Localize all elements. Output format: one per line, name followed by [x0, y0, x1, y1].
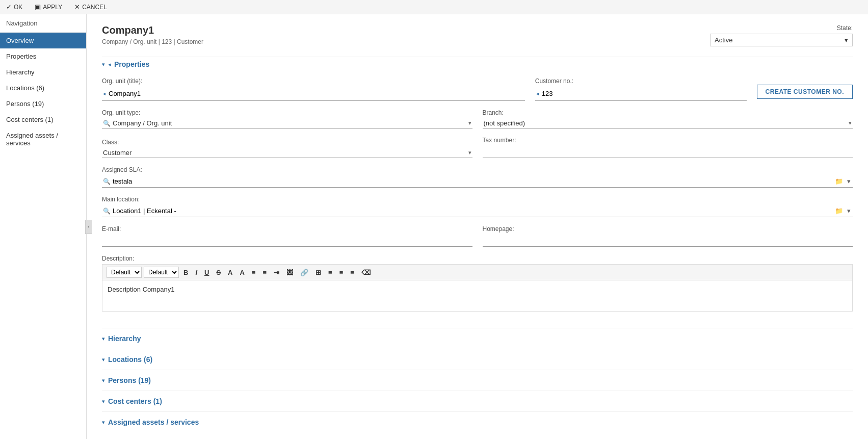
tax-number-input[interactable] [483, 146, 853, 158]
org-unit-type-group: Org. unit type: 🔍 Company / Org. unit ▾ [102, 109, 472, 128]
sidebar-item-properties[interactable]: Properties [0, 48, 86, 64]
section-hierarchy[interactable]: ▾ Hierarchy [102, 328, 853, 349]
class-caret-icon: ▾ [468, 149, 471, 156]
properties-chevron-icon: ▾ [102, 61, 105, 68]
form-row-org-title: Org. unit (title): ◂ Customer no.: ◂ [102, 78, 853, 101]
form-row-location: Main location: 🔍 📁 ▾ [102, 196, 853, 217]
homepage-input[interactable] [483, 235, 853, 247]
sidebar-item-hierarchy[interactable]: Hierarchy [0, 64, 86, 80]
assigned-sla-input[interactable] [113, 177, 832, 185]
properties-section-header[interactable]: ▾ ◂ Properties [102, 57, 853, 71]
apply-button[interactable]: ▣ APPLY [33, 2, 64, 12]
cost-centers-chevron-icon: ▾ [102, 398, 105, 405]
sidebar-item-persons[interactable]: Persons (19) [0, 96, 86, 112]
form-row-type-branch: Org. unit type: 🔍 Company / Org. unit ▾ … [102, 109, 853, 128]
location-folder-button[interactable]: 📁 [834, 206, 844, 216]
rte-unordered-list-button[interactable]: ≡ [249, 268, 258, 277]
page-title: Company1 [102, 24, 203, 36]
hierarchy-chevron-icon: ▾ [102, 335, 105, 342]
form-row-email-homepage: E-mail: Homepage: [102, 225, 853, 247]
sidebar-item-locations[interactable]: Locations (6) [0, 80, 86, 96]
homepage-label: Homepage: [483, 225, 853, 233]
section-cost-centers[interactable]: ▾ Cost centers (1) [102, 391, 853, 411]
ok-button[interactable]: ✓ OK [4, 2, 24, 12]
rte-fontcolor-button[interactable]: A [225, 268, 235, 277]
rte-strikethrough-button[interactable]: S [214, 268, 223, 277]
org-unit-type-select[interactable]: 🔍 Company / Org. unit ▾ [102, 118, 472, 128]
rte-indent-button[interactable]: ⇥ [271, 268, 282, 277]
hierarchy-title: Hierarchy [108, 334, 141, 343]
assigned-sla-wrapper: 🔍 📁 ▾ [102, 175, 853, 188]
rte-bold-button[interactable]: B [181, 268, 191, 277]
email-input[interactable] [102, 235, 472, 247]
org-unit-title-input[interactable] [108, 88, 524, 99]
assigned-assets-title: Assigned assets / services [108, 418, 199, 426]
sidebar-item-cost-centers[interactable]: Cost centers (1) [0, 112, 86, 127]
assigned-sla-label: Assigned SLA: [102, 166, 853, 173]
rte-image-button[interactable]: 🖼 [284, 268, 296, 277]
class-select[interactable]: Customer ▾ [102, 148, 472, 158]
create-customer-button[interactable]: CREATE CUSTOMER NO. [757, 85, 853, 99]
sla-dropdown-button[interactable]: ▾ [846, 176, 852, 186]
rte-align-center-button[interactable]: ≡ [337, 268, 346, 277]
locations-chevron-icon: ▾ [102, 356, 105, 363]
customer-no-label: Customer no.: [535, 78, 747, 85]
cancel-icon: ✕ [74, 3, 80, 11]
branch-caret-icon: ▾ [849, 120, 852, 126]
org-unit-type-search-icon: 🔍 [103, 120, 111, 127]
customer-no-input[interactable] [541, 88, 746, 99]
main-location-input[interactable] [113, 207, 832, 215]
branch-select[interactable]: (not specified) ▾ [483, 118, 853, 128]
rte-align-left-button[interactable]: ≡ [326, 268, 335, 277]
state-label: State: [837, 24, 853, 32]
locations-title: Locations (6) [108, 355, 152, 364]
properties-marker: ◂ [108, 61, 111, 68]
org-unit-title-label: Org. unit (title): [102, 78, 525, 85]
rte-link-button[interactable]: 🔗 [298, 268, 311, 277]
apply-icon: ▣ [35, 3, 41, 11]
description-label: Description: [102, 255, 853, 262]
class-label: Class: [102, 139, 472, 146]
org-unit-title-marker: ◂ [103, 91, 106, 96]
rte-ordered-list-button[interactable]: ≡ [260, 268, 269, 277]
org-unit-type-label: Org. unit type: [102, 109, 472, 116]
page-title-block: Company1 Company / Org. unit | 123 | Cus… [102, 24, 203, 45]
section-assigned-assets[interactable]: ▾ Assigned assets / services [102, 411, 853, 432]
sla-folder-button[interactable]: 📁 [834, 176, 844, 186]
cost-centers-title: Cost centers (1) [108, 397, 162, 405]
sidebar-item-assigned-assets[interactable]: Assigned assets / services [0, 127, 86, 151]
cancel-button[interactable]: ✕ CANCEL [72, 2, 109, 12]
sidebar-collapse-button[interactable]: ‹ [85, 220, 92, 234]
rte-table-button[interactable]: ⊞ [313, 268, 324, 277]
rte-italic-button[interactable]: I [193, 268, 200, 277]
sidebar-title: Navigation [0, 14, 86, 33]
email-label: E-mail: [102, 225, 472, 233]
properties-section: ▾ ◂ Properties Org. unit (title): ◂ Cu [102, 57, 853, 318]
rte-align-right-button[interactable]: ≡ [348, 268, 357, 277]
sidebar-item-overview[interactable]: Overview [0, 33, 86, 48]
rte-font-select[interactable]: Default [144, 267, 179, 278]
state-select[interactable]: Active ▾ [710, 34, 853, 46]
section-persons[interactable]: ▾ Persons (19) [102, 370, 853, 391]
assigned-sla-group: Assigned SLA: 🔍 📁 ▾ [102, 166, 853, 188]
org-unit-type-caret-icon: ▾ [468, 120, 471, 126]
rte-highlight-button[interactable]: A [237, 268, 247, 277]
sla-search-icon: 🔍 [103, 178, 111, 185]
homepage-group: Homepage: [483, 225, 853, 247]
state-block: State: Active ▾ [710, 24, 853, 46]
page-breadcrumb: Company / Org. unit | 123 | Customer [102, 38, 203, 45]
state-value: Active [715, 36, 732, 44]
section-locations[interactable]: ▾ Locations (6) [102, 349, 853, 370]
rte-style-select[interactable]: Default [107, 267, 142, 278]
rte-clear-button[interactable]: ⌫ [359, 268, 373, 277]
assigned-assets-chevron-icon: ▾ [102, 419, 105, 426]
customer-no-group: Customer no.: ◂ [535, 78, 747, 101]
rte-content-area[interactable]: Description Company1 [102, 280, 852, 311]
location-search-icon: 🔍 [103, 208, 111, 215]
rte-underline-button[interactable]: U [202, 268, 212, 277]
class-group: Class: Customer ▾ [102, 139, 472, 158]
location-dropdown-button[interactable]: ▾ [846, 206, 852, 216]
branch-group: Branch: (not specified) ▾ [483, 109, 853, 128]
main-layout: Navigation Overview Properties Hierarchy… [0, 14, 868, 439]
properties-section-title: Properties [114, 60, 149, 68]
